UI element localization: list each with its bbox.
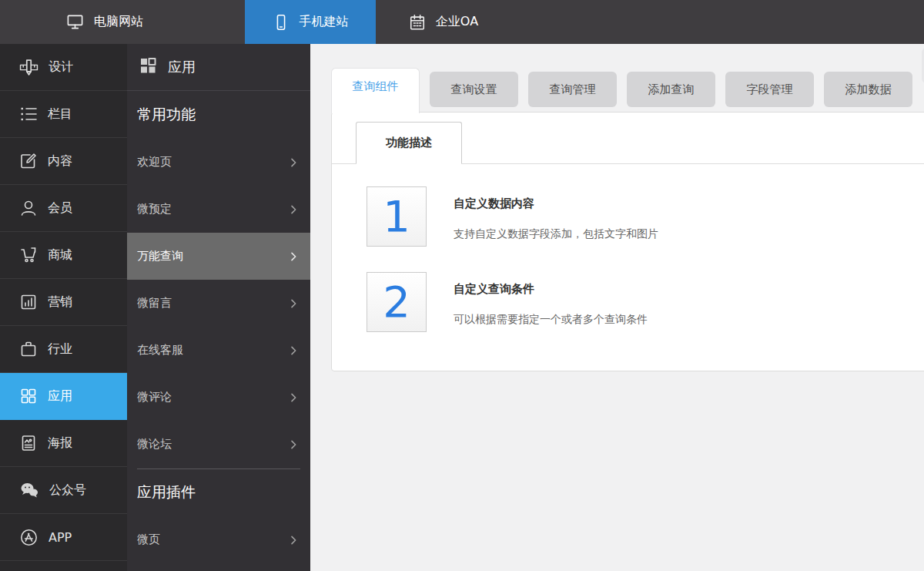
submenu-section-title-plugins: 应用插件	[137, 469, 196, 516]
sidebar-item-app[interactable]: APP	[0, 514, 127, 561]
topbar-tab-mobile-site[interactable]: 手机建站	[245, 0, 376, 44]
sidebar-item-label: 内容	[48, 153, 72, 170]
tab-query-settings[interactable]: 查询设置	[430, 72, 518, 107]
feature-item-2: 2 自定义查询条件 可以根据需要指定一个或者多个查询条件	[367, 272, 648, 332]
phone-icon	[273, 14, 290, 31]
sidebar-item-label: 公众号	[49, 482, 86, 499]
sidebar-item-label: 设计	[49, 59, 73, 76]
marketing-icon	[19, 293, 38, 311]
submenu-item-welcome-page[interactable]: 欢迎页	[127, 139, 310, 186]
topbar-tab-enterprise-oa[interactable]: 企业OA	[376, 0, 511, 44]
submenu-item-label: 微页	[137, 532, 160, 547]
chevron-right-icon	[287, 203, 300, 219]
submenu-item-label: 微论坛	[137, 437, 172, 452]
topbar-tab-label: 企业OA	[436, 14, 478, 30]
submenu-section-title-common: 常用功能	[137, 91, 196, 139]
sidebar-item-mall[interactable]: 商城	[0, 232, 127, 279]
mall-icon	[19, 246, 38, 264]
sidebar-item-label: APP	[49, 530, 72, 545]
design-icon	[19, 58, 38, 77]
submenu-item-online-service[interactable]: 在线客服	[127, 327, 310, 374]
submenu-item-label: 微预定	[137, 202, 172, 217]
sidebar-item-label: 会员	[48, 200, 72, 217]
wechat-icon	[19, 481, 39, 499]
chevron-right-icon	[287, 297, 300, 313]
topbar: 电脑网站 手机建站 企业OA	[0, 0, 924, 44]
topbar-tab-label: 电脑网站	[94, 14, 143, 30]
submenu-item-label: 在线客服	[137, 343, 183, 358]
submenu-item-micro-message[interactable]: 微留言	[127, 280, 310, 327]
submenu-item-label: 微留言	[137, 296, 172, 311]
sidebar-item-poster[interactable]: 海报	[0, 420, 127, 467]
primary-sidebar: 设计 栏目 内容 会员	[0, 44, 127, 571]
feature-number-badge: 1	[367, 186, 427, 247]
topbar-tab-pc-site[interactable]: 电脑网站	[0, 0, 245, 44]
tab-query-management[interactable]: 查询管理	[528, 72, 617, 107]
feature-title: 自定义查询条件	[454, 282, 648, 297]
submenu-item-label: 微评论	[137, 390, 172, 405]
sidebar-item-label: 应用	[48, 388, 72, 405]
tab-add-query[interactable]: 添加查询	[627, 72, 715, 107]
grid-icon	[139, 56, 157, 78]
chevron-right-icon	[287, 534, 300, 549]
sidebar-item-apps[interactable]: 应用	[0, 373, 127, 420]
feature-description: 支持自定义数据字段添加，包括文字和图片	[454, 227, 658, 241]
feature-title: 自定义数据内容	[454, 196, 658, 211]
submenu-item-label: 万能查询	[137, 249, 183, 264]
columns-icon	[19, 105, 38, 123]
appstore-icon	[19, 528, 38, 547]
main-content: 查询组件 查询设置 查询管理 添加查询 字段管理 添加数据 功能描述 1 自定义…	[310, 44, 924, 571]
sidebar-item-content[interactable]: 内容	[0, 138, 127, 185]
sidebar-item-label: 海报	[48, 435, 72, 452]
submenu-item-micro-forum[interactable]: 微论坛	[127, 421, 310, 468]
tab-add-data[interactable]: 添加数据	[824, 72, 912, 107]
tab-query-component[interactable]: 查询组件	[331, 68, 420, 113]
submenu-item-label: 欢迎页	[137, 155, 172, 170]
submenu-item-micro-booking[interactable]: 微预定	[127, 186, 310, 233]
sidebar-item-label: 营销	[48, 294, 72, 311]
feature-description: 可以根据需要指定一个或者多个查询条件	[454, 313, 648, 327]
chevron-right-icon	[287, 250, 300, 266]
chevron-right-icon	[287, 391, 300, 407]
member-icon	[19, 199, 38, 217]
sidebar-item-official-account[interactable]: 公众号	[0, 467, 127, 514]
apps-submenu: 应用 常用功能 欢迎页 微预定 万能查询 微留言 在线客服 微评论 微论坛 应用…	[127, 44, 310, 571]
sidebar-item-members[interactable]: 会员	[0, 185, 127, 232]
tab-field-management[interactable]: 字段管理	[725, 72, 814, 107]
sidebar-item-label: 行业	[48, 341, 72, 358]
submenu-header-label: 应用	[168, 58, 196, 76]
topbar-tab-label: 手机建站	[300, 14, 349, 30]
submenu-item-micro-page[interactable]: 微页	[127, 516, 310, 563]
sidebar-item-marketing[interactable]: 营销	[0, 279, 127, 326]
monitor-icon	[66, 13, 84, 31]
industry-icon	[19, 340, 38, 358]
content-icon	[19, 152, 38, 170]
feature-item-1: 1 自定义数据内容 支持自定义数据字段添加，包括文字和图片	[367, 186, 658, 247]
submenu-header: 应用	[127, 44, 310, 91]
feature-panel: 功能描述 1 自定义数据内容 支持自定义数据字段添加，包括文字和图片 2 自定义…	[331, 112, 924, 371]
submenu-item-universal-query[interactable]: 万能查询	[127, 233, 310, 280]
apps-icon	[19, 387, 38, 405]
sidebar-item-design[interactable]: 设计	[0, 44, 127, 91]
tab-feature-description[interactable]: 功能描述	[356, 122, 462, 164]
sidebar-item-label: 商城	[48, 247, 72, 264]
chevron-right-icon	[287, 156, 300, 172]
poster-icon	[19, 434, 38, 452]
sidebar-item-industry[interactable]: 行业	[0, 326, 127, 373]
calendar-icon	[409, 14, 426, 31]
sidebar-item-columns[interactable]: 栏目	[0, 91, 127, 138]
query-tabs: 查询组件 查询设置 查询管理 添加查询 字段管理 添加数据	[331, 68, 912, 113]
sidebar-item-label: 栏目	[48, 106, 72, 123]
chevron-right-icon	[287, 438, 300, 454]
feature-number-badge: 2	[367, 272, 427, 332]
submenu-item-micro-comment[interactable]: 微评论	[127, 374, 310, 421]
chevron-right-icon	[287, 344, 300, 360]
